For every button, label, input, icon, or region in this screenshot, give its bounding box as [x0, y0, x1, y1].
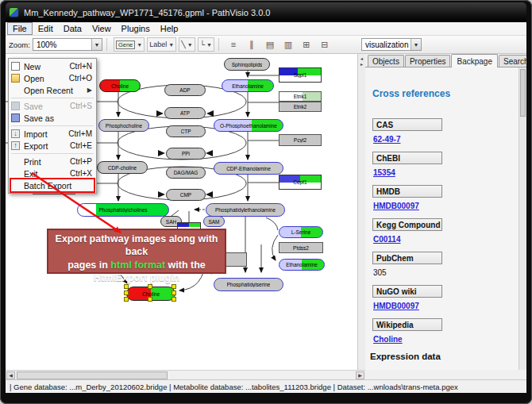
menu-item-open-recent[interactable]: Open Recent▶: [9, 84, 96, 96]
tab-backpage[interactable]: Backpage: [451, 54, 497, 67]
pathway-node-cept1[interactable]: Cept1: [279, 175, 322, 190]
common-size-icon[interactable]: ⊞: [299, 37, 314, 52]
pathway-node-ppi[interactable]: PPi: [166, 148, 206, 160]
section-value: HMDB00097: [373, 302, 519, 310]
menu-view[interactable]: View: [87, 23, 116, 34]
scrollbar-thumb[interactable]: [520, 69, 526, 117]
xref-link-hmdb00097[interactable]: HMDB00097: [373, 302, 419, 310]
xref-link-choline[interactable]: Choline: [373, 335, 403, 344]
title-bar[interactable]: Mm_Kennedy_pathway_WP1771_45176.gpml - P…: [6, 2, 526, 22]
menu-separator: [11, 153, 94, 154]
selection-handle[interactable]: [124, 297, 129, 302]
pathway-node-choline-top[interactable]: Choline: [99, 79, 141, 92]
zoom-label: Zoom:: [9, 40, 30, 49]
menu-item-save[interactable]: SaveCtrl+S: [9, 100, 96, 112]
menu-item-open[interactable]: OpenCtrl+O: [9, 72, 96, 84]
toolbar-icon-group: ≡∥▤▥⊞⊟: [223, 37, 333, 52]
tab-objects[interactable]: Objects: [368, 55, 404, 67]
xref-link-hmdb00097[interactable]: HMDB00097: [373, 202, 419, 210]
pathway-node-ethanolamine-btm[interactable]: Ethanolamine: [279, 259, 325, 271]
visualization-combobox[interactable]: visualization ▼: [361, 38, 422, 51]
pathway-node-sam[interactable]: SAM: [203, 216, 225, 227]
pathway-node-cdp-ethanolamine[interactable]: CDP-Ethanolamine: [214, 162, 283, 175]
pathway-node-ctp[interactable]: CTP: [166, 125, 206, 137]
open-folder-icon: [11, 74, 20, 83]
pathway-node-etnk1[interactable]: Etnk1: [279, 91, 322, 102]
menu-item-batch-export[interactable]: Batch Export: [9, 179, 96, 191]
sidebar-scrollbar[interactable]: [519, 67, 526, 370]
selection-handle[interactable]: [172, 290, 176, 295]
backpage-section-nugo-wiki: NuGO wikiHMDB00097: [372, 285, 519, 310]
align-middle-icon[interactable]: ∥: [244, 37, 260, 52]
menu-plugins[interactable]: Plugins: [117, 23, 155, 34]
align-center-icon[interactable]: ≡: [226, 37, 241, 52]
menu-edit[interactable]: Edit: [33, 23, 58, 34]
menu-item-print[interactable]: PrintCtrl+P: [9, 156, 96, 167]
pathway-node-phosphatidylethanolamine[interactable]: Phosphatidylethanolamine: [206, 203, 285, 217]
pathway-node-phosphatidylcholines[interactable]: Phosphatidylcholines: [77, 203, 169, 217]
menu-data[interactable]: Data: [59, 23, 87, 34]
chevron-down-icon[interactable]: ▼: [206, 42, 212, 48]
scroll-left-icon[interactable]: ◀: [6, 371, 15, 379]
chevron-down-icon[interactable]: ▼: [168, 42, 174, 48]
chevron-down-icon[interactable]: ▼: [411, 39, 421, 50]
pathway-node-sphingolipids[interactable]: Sphingolipids: [224, 58, 270, 71]
pathway-node-ethanolamine-top[interactable]: Ethanolamine: [222, 79, 274, 92]
scrollbar-thumb[interactable]: [17, 371, 168, 379]
pathway-node-dag[interactable]: DAG/MAG: [166, 167, 206, 179]
pathway-node-l-serine[interactable]: L-Serine: [279, 226, 323, 238]
pathway-node-phosphocholine[interactable]: Phosphocholine: [98, 119, 149, 132]
pathway-node-etnk2[interactable]: Etnk2: [279, 102, 322, 112]
selection-handle[interactable]: [172, 297, 176, 302]
canvas-horizontal-scrollbar[interactable]: ◀ ▶: [6, 370, 365, 379]
selection-handle[interactable]: [124, 290, 129, 295]
menu-help[interactable]: Help: [156, 23, 183, 34]
menu-item-new[interactable]: NewCtrl+N: [9, 60, 96, 72]
pathway-node-cmp[interactable]: CMP: [166, 189, 206, 201]
pathway-node-phosphatidylserine[interactable]: Phosphatidylserine: [214, 278, 283, 291]
new-datanode-button[interactable]: Gene ▼: [114, 37, 145, 52]
pathway-node-atp[interactable]: ATP: [164, 107, 206, 119]
selection-handle[interactable]: [172, 284, 176, 289]
menu-file[interactable]: File: [7, 22, 33, 35]
pathway-node-choline-btm[interactable]: Choline: [126, 287, 175, 301]
chevron-down-icon[interactable]: ▼: [91, 39, 102, 50]
import-icon: ↓: [11, 129, 20, 138]
stack-vertical-icon[interactable]: ▤: [262, 37, 278, 52]
xref-link-15354[interactable]: 15354: [373, 168, 395, 177]
pathway-node-adp[interactable]: ADP: [164, 84, 206, 96]
stack-horizontal-icon[interactable]: ▥: [280, 37, 296, 52]
connector-tool-icon: └: [200, 40, 205, 48]
node-label: PPi: [182, 151, 190, 156]
zoom-combobox[interactable]: 100% ▼: [33, 38, 102, 51]
menu-item-export[interactable]: ↑ExportCtrl+E: [9, 140, 96, 152]
chevron-down-icon[interactable]: ▼: [187, 42, 193, 48]
pathway-node-ptdss2[interactable]: Ptdss2: [279, 242, 323, 253]
menu-item-save-as[interactable]: Save as: [9, 112, 96, 124]
pathway-node-o-phosphoethanolamine[interactable]: O-Phosphoethanolamine: [214, 119, 283, 132]
tab-properties[interactable]: Properties: [405, 55, 451, 67]
new-line-button[interactable]: ╲ ▼: [179, 37, 195, 52]
new-connector-button[interactable]: └ ▼: [198, 37, 214, 52]
scroll-right-icon[interactable]: ▶: [356, 371, 364, 379]
selection-handle[interactable]: [124, 284, 129, 289]
pathway-node-cdp-choline[interactable]: CDP-choline: [97, 161, 148, 174]
menu-item-icon-slot: ↓: [11, 129, 24, 138]
new-label-button[interactable]: Label ▼: [147, 37, 176, 52]
section-header: NuGO wiki: [372, 285, 442, 298]
pathway-node-pcyt2[interactable]: Pcyt2: [279, 134, 322, 146]
menu-item-import[interactable]: ↓ImportCtrl+M: [9, 128, 96, 140]
xref-link-c00114[interactable]: C00114: [373, 235, 400, 244]
pathway-node-sgpl1[interactable]: Sgpl1: [279, 67, 322, 83]
annotation-line2-post: with the: [165, 260, 206, 271]
menu-item-shortcut: Ctrl+N: [69, 62, 92, 71]
selection-handle[interactable]: [148, 284, 152, 289]
xref-link-62-49-7[interactable]: 62-49-7: [373, 135, 400, 144]
group-icon[interactable]: ⊟: [317, 37, 333, 52]
selection-handle[interactable]: [148, 297, 152, 302]
tab-search[interactable]: Search: [499, 55, 526, 67]
save-as-icon: [11, 114, 20, 122]
menu-item-label: Open Recent: [24, 86, 87, 95]
chevron-down-icon[interactable]: ▼: [137, 42, 142, 48]
split-pane-divider[interactable]: ◂▸: [358, 54, 365, 370]
